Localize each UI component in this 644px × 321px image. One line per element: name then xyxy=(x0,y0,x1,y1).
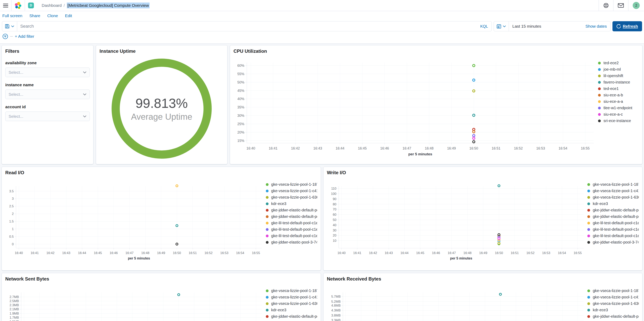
legend-item[interactable]: siu-ece-a-b xyxy=(598,92,639,98)
refresh-button[interactable]: Refresh xyxy=(612,21,642,31)
legend-item[interactable]: kdr-ece3 xyxy=(266,307,317,313)
newsfeed-button[interactable] xyxy=(614,0,628,11)
legend-label: kdr-ece3 xyxy=(593,202,608,206)
legend-item[interactable]: gke-lil-test-default-pool-c1e... xyxy=(266,220,317,226)
svg-text:60%: 60% xyxy=(238,64,244,68)
legend-item[interactable]: gke-jddwr-elastic-default-po... xyxy=(266,207,317,213)
dashboard-title[interactable]: [Metricbeat Googlecloud] Compute Overvie… xyxy=(67,2,150,8)
user-menu-button[interactable]: 2 xyxy=(628,0,644,11)
legend-item[interactable]: gke-lil-test-default-pool-c1e... xyxy=(266,232,317,239)
legend-item[interactable]: sri-ece-instance xyxy=(598,118,639,124)
legend-label: gke-jddwr-elastic-default-po... xyxy=(593,208,639,212)
menu-button[interactable] xyxy=(0,0,11,11)
legend-item[interactable]: gke-vseca-lizzie-pool-1-630... xyxy=(587,194,639,200)
legend-item[interactable]: tlee-w1-endpoint xyxy=(598,105,639,111)
legend-item[interactable]: siu-ece-a-c xyxy=(598,111,639,118)
action-edit[interactable]: Edit xyxy=(65,14,72,18)
legend-item[interactable]: kdr-ece3 xyxy=(587,307,639,313)
filter-bar-divider xyxy=(10,36,13,36)
legend-item[interactable]: gke-vseca-lizzie-pool-1-1877... xyxy=(266,288,317,294)
legend-item[interactable]: gke-jddwr-elastic-default-po... xyxy=(587,213,639,220)
svg-text:16:40: 16:40 xyxy=(15,251,23,255)
legend-item[interactable]: gke-vseca-lizzie-pool-1-c417... xyxy=(266,188,317,194)
saved-query-button[interactable] xyxy=(2,22,17,31)
add-filter-button[interactable]: + Add filter xyxy=(15,34,34,39)
filter-options-icon[interactable] xyxy=(2,34,8,39)
svg-text:16:53: 16:53 xyxy=(220,251,228,255)
legend-label: gke-vseca-lizzie-pool-1-630... xyxy=(271,301,317,306)
legend-item[interactable]: gke-lil-test-default-pool-c1e... xyxy=(266,226,317,232)
legend-item[interactable]: gke-vseca-lizzie-pool-1-630... xyxy=(266,300,317,307)
breadcrumb-dashboard[interactable]: Dashboard xyxy=(42,3,62,8)
svg-text:30%: 30% xyxy=(238,114,244,118)
legend-item[interactable]: gke-jddwr-elastic-default-po... xyxy=(266,213,317,220)
legend-label: lil-openshift xyxy=(604,74,623,78)
filter-select-1[interactable]: Select... xyxy=(5,90,90,99)
legend-dot-icon xyxy=(587,183,590,186)
filter-select-0[interactable]: Select... xyxy=(5,68,90,77)
legend-dot-icon xyxy=(266,215,268,218)
query-language-button[interactable]: KQL xyxy=(477,24,492,28)
query-input-box: KQL xyxy=(2,21,492,31)
legend-item[interactable]: gke-vseca-lizzie-pool-1-1877... xyxy=(587,288,639,294)
legend-item[interactable]: gke-lil-test-default-pool-c1e... xyxy=(587,220,639,226)
show-dates-button[interactable]: Show dates xyxy=(582,24,610,28)
legend-item[interactable]: ted-ece1 xyxy=(598,86,639,92)
legend-item[interactable]: gke-vseca-lizzie-pool-1-1877... xyxy=(587,181,639,188)
refresh-label: Refresh xyxy=(623,24,638,28)
panel-title: Instance Uptime xyxy=(100,48,224,54)
legend-label: kdr-ece3 xyxy=(271,202,286,206)
help-icon xyxy=(603,2,609,8)
svg-text:16:45: 16:45 xyxy=(358,146,367,150)
time-range-value[interactable]: Last 15 minutes xyxy=(509,24,545,28)
legend-item[interactable]: gke-jddwr-elastic-pool-3-74... xyxy=(266,239,317,246)
action-full-screen[interactable]: Full screen xyxy=(2,14,22,18)
filter-select-2[interactable]: Select... xyxy=(5,112,90,121)
legend-item[interactable]: gke-jddwr-elastic-pool-3-74... xyxy=(587,239,639,246)
space-selector[interactable]: D xyxy=(25,0,37,11)
svg-text:16:44: 16:44 xyxy=(78,251,86,255)
legend-item[interactable]: gke-jddwr-elastic-default-po... xyxy=(587,313,639,320)
search-input[interactable] xyxy=(17,24,477,29)
svg-text:16:42: 16:42 xyxy=(369,251,377,255)
select-placeholder: Select... xyxy=(8,92,83,97)
legend-item[interactable]: gke-vseca-lizzie-pool-1-c417... xyxy=(587,188,639,194)
legend-dot-icon xyxy=(587,241,590,244)
legend-item[interactable]: favero-instance xyxy=(598,79,639,86)
legend-label: siu-ece-a-b xyxy=(604,93,623,97)
legend-dot-icon xyxy=(266,228,268,231)
legend-item[interactable]: ted-ece2 xyxy=(598,60,639,66)
legend-item[interactable]: gke-vseca-lizzie-pool-1-1877... xyxy=(266,181,317,188)
legend-item[interactable]: gke-vseca-lizzie-pool-1-630... xyxy=(587,300,639,307)
legend-item[interactable]: kdr-ece3 xyxy=(266,200,317,207)
legend-item[interactable]: gke-jddwr-elastic-default-po... xyxy=(587,320,639,321)
legend-item[interactable]: gke-jddwr-elastic-default-po... xyxy=(266,320,317,321)
elastic-logo-icon xyxy=(14,2,22,9)
help-button[interactable] xyxy=(599,0,613,11)
chevron-down-icon xyxy=(503,25,506,27)
svg-text:0.5: 0.5 xyxy=(9,235,14,238)
legend-label: gke-vseca-lizzie-pool-1-1877... xyxy=(271,288,317,293)
legend-item[interactable]: gke-jddwr-elastic-default-po... xyxy=(266,313,317,320)
legend-item[interactable]: siu-ece-a-a xyxy=(598,98,639,105)
action-clone[interactable]: Clone xyxy=(47,14,58,18)
legend-item[interactable]: gke-lil-test-default-pool-c1e... xyxy=(587,226,639,232)
elastic-home-button[interactable] xyxy=(12,0,25,11)
legend-item[interactable]: gke-vseca-lizzie-pool-1-c417... xyxy=(266,294,317,300)
legend-item[interactable]: gke-vseca-lizzie-pool-1-c417... xyxy=(587,294,639,300)
select-placeholder: Select... xyxy=(8,114,83,119)
svg-text:0: 0 xyxy=(12,242,14,246)
legend-item[interactable]: gke-jddwr-elastic-default-po... xyxy=(587,207,639,213)
svg-text:1.9MB: 1.9MB xyxy=(10,312,19,315)
legend-label: gke-vseca-lizzie-pool-1-1877... xyxy=(593,288,639,293)
legend-item[interactable]: lil-openshift xyxy=(598,72,639,79)
legend-item[interactable]: kdr-ece3 xyxy=(587,200,639,207)
legend-item[interactable]: joe-mb-ml xyxy=(598,66,639,72)
legend-dot-icon xyxy=(598,113,601,116)
legend-label: gke-jddwr-elastic-pool-3-74... xyxy=(271,240,317,244)
action-share[interactable]: Share xyxy=(30,14,40,18)
legend-item[interactable]: gke-lil-test-default-pool-c1e... xyxy=(587,232,639,239)
date-quick-select-button[interactable] xyxy=(494,22,509,31)
legend-item[interactable]: gke-vseca-lizzie-pool-1-630... xyxy=(266,194,317,200)
legend-label: gke-lil-test-default-pool-c1e... xyxy=(271,234,317,238)
